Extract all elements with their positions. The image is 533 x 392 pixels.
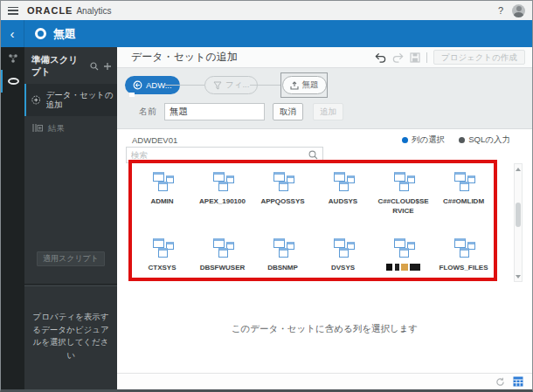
user-avatar[interactable] — [512, 4, 525, 17]
redo-icon[interactable] — [392, 52, 404, 63]
app-window: ORACLE Analytics ? ‹ 無題 準備スクリプト — [0, 0, 533, 392]
rail-item-step[interactable] — [1, 70, 24, 93]
sidebar-item-label: 結果 — [48, 123, 65, 133]
dataset-name-input[interactable] — [164, 103, 265, 120]
schema-label: C##CLOUD$SERVICE — [376, 196, 432, 216]
scrollbar[interactable] — [514, 163, 523, 282]
toolbar: プロジェクトの作成 — [375, 50, 525, 65]
scroll-up-arrow[interactable] — [515, 165, 522, 173]
circle-plus-icon — [31, 94, 40, 106]
name-form: 名前 取消 追加 — [139, 103, 343, 120]
prepare-script-panel: 準備スクリプト データ・セットの追加 結果 適用スクリプト プ — [24, 47, 117, 389]
add-step-icon[interactable] — [103, 62, 112, 71]
sidebar-item-label: データ・セットの追加 — [45, 90, 114, 110]
connection-icon — [133, 80, 142, 90]
schema-grid: ADMIN APEX_190100 APPQOSSYS AUDSYS C##CL… — [132, 172, 494, 273]
save-icon[interactable] — [410, 52, 420, 63]
search-input[interactable] — [127, 150, 308, 160]
main-header: データ・セットの追加 プロジェクトの作成 — [117, 47, 532, 68]
name-label: 名前 — [139, 106, 156, 118]
schema-item[interactable]: C##OMLIDM — [433, 172, 494, 216]
left-icon-rail — [1, 47, 24, 389]
search-icon[interactable] — [90, 62, 99, 71]
flow-node-output-selection: 無題 — [280, 72, 328, 98]
schema-item[interactable]: AUDSYS — [313, 172, 373, 216]
schema-icon — [272, 238, 294, 258]
search-icon[interactable] — [308, 150, 318, 160]
flow-node-output[interactable]: 無題 — [282, 76, 327, 94]
toolbar-separator — [426, 52, 427, 63]
schema-item[interactable]: C##CLOUD$SERVICE — [373, 172, 433, 216]
filter-icon — [213, 81, 222, 90]
schema-icon — [332, 238, 355, 258]
panel-header: 準備スクリプト — [24, 47, 117, 84]
main-content: データ・セットの追加 プロジェクトの作成 — [117, 47, 532, 389]
help-icon[interactable]: ? — [498, 5, 503, 16]
schema-label: DBSNMP — [267, 263, 298, 272]
schema-item[interactable]: FLOWS_FILES — [433, 238, 494, 272]
view-options: 列の選択 SQLの入力 — [402, 134, 510, 146]
dataflow-icon — [35, 28, 46, 39]
document-title: 無題 — [53, 26, 76, 42]
flow-connector — [250, 85, 280, 86]
schema-item[interactable]: CTXSYS — [132, 238, 192, 272]
schema-item[interactable]: DVSYS — [313, 238, 373, 272]
schema-icon — [453, 172, 475, 192]
flow-node-handle[interactable] — [129, 93, 135, 97]
schema-label: APEX_190100 — [199, 196, 246, 206]
schema-item[interactable]: ADMIN — [132, 172, 192, 216]
schema-label: AUDSYS — [329, 196, 357, 206]
product-name: Analytics — [76, 6, 111, 16]
apply-script-button[interactable]: 適用スクリプト — [37, 251, 105, 266]
schema-item[interactable]: APPQOSSYS — [253, 172, 313, 216]
refresh-icon[interactable] — [495, 377, 505, 387]
radio-dot-selected — [402, 137, 408, 143]
schema-label: DBSFWUSER — [200, 263, 246, 272]
radio-select-columns[interactable]: 列の選択 — [402, 134, 445, 146]
schema-item[interactable]: DBSNMP — [253, 238, 313, 272]
radio-enter-sql[interactable]: SQLの入力 — [459, 134, 510, 146]
create-project-button[interactable]: プロジェクトの作成 — [433, 50, 525, 65]
redacted-label — [386, 264, 420, 271]
back-button[interactable]: ‹ — [1, 20, 24, 47]
hamburger-menu-icon[interactable] — [8, 7, 18, 15]
empty-selection-message: このデータ・セットに含める列を選択します — [117, 323, 532, 335]
table-view-icon[interactable] — [513, 376, 523, 387]
cluster-icon — [7, 53, 19, 64]
schema-item[interactable]: DBSFWUSER — [192, 238, 253, 272]
properties-hint-text: プロパティを表示するデータかビジュアルを選択してください — [24, 311, 117, 362]
scrollbar-thumb[interactable] — [516, 203, 521, 227]
schema-icon — [332, 172, 355, 192]
schema-icon — [151, 172, 174, 192]
sidebar-item-results[interactable]: 結果 — [24, 116, 117, 140]
connection-name: ADWDEV01 — [132, 135, 177, 145]
schema-search — [126, 147, 323, 163]
panel-title: 準備スクリプト — [31, 54, 86, 79]
schema-label: ADMIN — [150, 196, 173, 206]
rail-item-diagram[interactable] — [1, 47, 24, 70]
page-title: データ・セットの追加 — [131, 50, 375, 65]
scroll-down-arrow[interactable] — [515, 272, 522, 280]
flow-band: ADW... フィ... 無題 — [117, 68, 532, 129]
cancel-button[interactable]: 取消 — [273, 103, 303, 120]
schema-icon — [392, 238, 415, 258]
document-title-bar: ‹ 無題 — [1, 20, 532, 47]
sidebar-item-add-dataset[interactable]: データ・セットの追加 — [24, 84, 117, 116]
radio-label: SQLの入力 — [468, 134, 510, 146]
panel-divider — [24, 284, 117, 286]
flow-connector — [165, 85, 204, 86]
radio-label: 列の選択 — [412, 134, 445, 146]
results-icon — [31, 122, 43, 134]
top-app-bar: ORACLE Analytics ? — [1, 1, 532, 20]
schema-label: DVSYS — [331, 263, 355, 272]
add-button[interactable]: 追加 — [313, 103, 343, 120]
schema-label: FLOWS_FILES — [440, 263, 488, 272]
schema-icon — [211, 238, 234, 258]
schema-icon — [392, 172, 415, 192]
schema-item[interactable] — [373, 238, 433, 272]
flow-node-label: 無題 — [302, 79, 319, 91]
radio-dot-unselected — [459, 137, 465, 143]
schema-item[interactable]: APEX_190100 — [192, 172, 253, 216]
undo-icon[interactable] — [375, 52, 386, 63]
oracle-logo: ORACLE — [27, 5, 73, 16]
